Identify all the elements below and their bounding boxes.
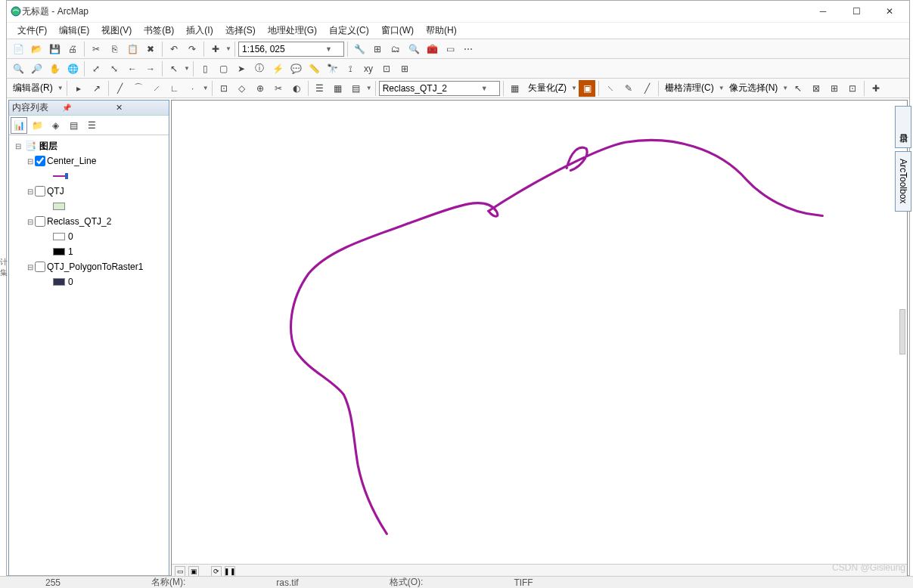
symbol-reclass-1[interactable]: 1 [12, 244, 166, 259]
menu-customize[interactable]: 自定义(C) [323, 23, 375, 39]
vector-settings-icon[interactable]: ▣ [579, 80, 595, 97]
select-features-icon[interactable]: ▯ [197, 60, 213, 77]
create-features-icon[interactable]: ▤ [348, 80, 365, 97]
hyperlink-icon[interactable]: ⚡ [269, 60, 286, 77]
layer-center-line[interactable]: ⊟ Center_Line [12, 153, 166, 169]
pan-icon[interactable]: ✋ [46, 60, 63, 77]
add-data-icon[interactable]: ✚ [207, 41, 224, 57]
raster-cleanup-menu[interactable]: 栅格清理(C) [662, 82, 717, 94]
toolbox-icon[interactable]: 🧰 [424, 41, 440, 57]
raster-painting-icon[interactable]: ⊡ [844, 80, 861, 97]
refresh-icon[interactable]: ⟳ [211, 566, 222, 577]
source-window-icon[interactable]: ⊞ [369, 41, 386, 57]
options-toc-icon[interactable]: ☰ [83, 117, 100, 134]
editor-tool-icon[interactable]: 🔧 [351, 41, 368, 57]
data-view-tab[interactable]: ▭ [175, 566, 185, 577]
midpoint-icon[interactable]: · [185, 80, 201, 97]
sketch-properties-icon[interactable]: ▦ [330, 80, 346, 97]
list-by-selection-icon[interactable]: ▤ [65, 117, 82, 134]
map-view[interactable]: ▭ ▣ ⟳ ❚❚ [171, 100, 908, 578]
split-icon[interactable]: ◐ [288, 80, 305, 97]
back-icon[interactable]: ← [124, 60, 141, 77]
model-builder-icon[interactable]: ⋯ [460, 41, 477, 57]
reshape-icon[interactable]: ⊕ [252, 80, 269, 97]
clear-selection-icon[interactable]: ▢ [215, 60, 231, 77]
menu-bookmarks[interactable]: 书签(B) [138, 23, 180, 39]
editor-menu[interactable]: 编辑器(R) [10, 82, 56, 94]
select-element-icon[interactable]: ↖ [166, 60, 182, 77]
redo-icon[interactable]: ↷ [184, 41, 200, 57]
layer-center-line-checkbox[interactable] [35, 156, 45, 166]
straight-segment-icon[interactable]: ╱ [112, 80, 129, 97]
generate-features-icon[interactable]: ▦ [507, 80, 523, 97]
html-popup-icon[interactable]: 💬 [287, 60, 304, 77]
maximize-button[interactable]: ☐ [840, 1, 873, 22]
edit-tool-icon[interactable]: ▸ [70, 80, 87, 97]
layer-reclass[interactable]: ⊟ Reclass_QTJ_2 [12, 214, 166, 229]
menu-insert[interactable]: 插入(I) [180, 23, 219, 39]
arc-segment-icon[interactable]: ⌒ [130, 80, 147, 97]
print-icon[interactable]: 🖨 [64, 41, 81, 57]
fixed-zoomin-icon[interactable]: ⤢ [88, 60, 104, 77]
menu-help[interactable]: 帮助(H) [420, 23, 463, 39]
pointer-icon[interactable]: ➤ [233, 60, 250, 77]
find-diagonals-icon[interactable]: ⊞ [826, 80, 843, 97]
paste-icon[interactable]: 📋 [124, 41, 141, 57]
trace-icon[interactable]: ⟋ [148, 80, 165, 97]
create-viewer-icon[interactable]: ⊞ [396, 60, 413, 77]
map-scrollbar[interactable] [899, 309, 905, 354]
minimize-button[interactable]: ─ [806, 1, 840, 22]
select-connected-icon[interactable]: ⊠ [808, 80, 824, 97]
pause-icon[interactable]: ❚❚ [225, 566, 235, 577]
search-icon[interactable]: 🔍 [405, 41, 422, 57]
cell-selection-menu[interactable]: 像元选择(N) [726, 82, 781, 94]
goto-xy-icon[interactable]: xy [360, 60, 377, 77]
vectorize-target-field[interactable] [383, 83, 481, 94]
edit-annotation-icon[interactable]: ↗ [89, 80, 105, 97]
symbol-qtj[interactable] [12, 199, 166, 214]
menu-view[interactable]: 视图(V) [95, 23, 138, 39]
point-icon[interactable]: ⊡ [216, 80, 232, 97]
catalog-icon[interactable]: 🗂 [387, 41, 404, 57]
find-route-icon[interactable]: ⟟ [342, 60, 359, 77]
menu-selection[interactable]: 选择(S) [219, 23, 262, 39]
layer-qtj[interactable]: ⊟ QTJ [12, 184, 166, 199]
cut-polygon-icon[interactable]: ✂ [270, 80, 287, 97]
time-slider-icon[interactable]: ⊡ [378, 60, 395, 77]
select-cells-icon[interactable]: ↖ [790, 80, 806, 97]
menu-edit[interactable]: 编辑(E) [53, 23, 95, 39]
fixed-zoomout-icon[interactable]: ⤡ [106, 60, 123, 77]
right-angle-icon[interactable]: ∟ [166, 80, 183, 97]
find-icon[interactable]: 🔭 [324, 60, 340, 77]
save-icon[interactable]: 💾 [46, 41, 63, 57]
undo-icon[interactable]: ↶ [166, 41, 182, 57]
identify-icon[interactable]: ⓘ [251, 60, 268, 77]
arctoolbox-tab[interactable]: ArcToolbox [895, 151, 911, 212]
toc-close-icon[interactable]: ✕ [113, 103, 166, 113]
scale-input[interactable]: ▼ [238, 42, 344, 57]
layer-polytoraster-checkbox[interactable] [35, 262, 45, 272]
shape-recognition-icon[interactable]: ✎ [620, 80, 637, 97]
edit-vertices-icon[interactable]: ◇ [234, 80, 250, 97]
copy-icon[interactable]: ⎘ [106, 41, 123, 57]
list-by-visibility-icon[interactable]: ◈ [47, 117, 64, 134]
cut-icon[interactable]: ✂ [88, 41, 104, 57]
raster-line-icon[interactable]: ╱ [638, 80, 655, 97]
zoom-in-icon[interactable]: 🔍 [10, 60, 26, 77]
layout-view-tab[interactable]: ▣ [188, 566, 199, 577]
full-extent-icon[interactable]: 🌐 [64, 60, 81, 77]
symbol-reclass-0[interactable]: 0 [12, 229, 166, 244]
symbol-polytoraster-0[interactable]: 0 [12, 274, 166, 289]
python-icon[interactable]: ▭ [442, 41, 458, 57]
layer-qtj-checkbox[interactable] [35, 186, 45, 197]
symbol-center-line[interactable] [12, 169, 166, 184]
tree-root[interactable]: ⊟ 📑 图层 [12, 138, 166, 153]
menu-window[interactable]: 窗口(W) [375, 23, 420, 39]
forward-icon[interactable]: → [142, 60, 159, 77]
trace-centerline-icon[interactable]: ⟍ [602, 80, 619, 97]
delete-icon[interactable]: ✖ [142, 41, 159, 57]
list-by-source-icon[interactable]: 📁 [29, 117, 45, 134]
close-button[interactable]: ✕ [873, 1, 906, 22]
layer-reclass-checkbox[interactable] [35, 216, 45, 227]
vectorize-target-combo[interactable]: ▼ [379, 81, 500, 96]
